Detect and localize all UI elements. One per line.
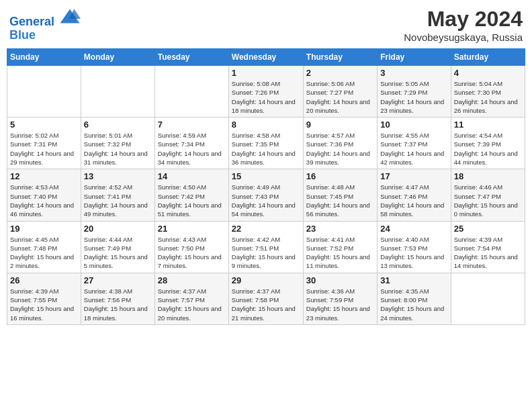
day-info: Sunrise: 4:38 AM Sunset: 7:56 PM Dayligh… xyxy=(84,287,152,322)
day-number: 28 xyxy=(158,275,226,285)
calendar-body: 1Sunrise: 5:08 AM Sunset: 7:26 PM Daylig… xyxy=(7,66,525,325)
weekday-header-thursday: Thursday xyxy=(303,49,377,66)
calendar-cell xyxy=(7,66,81,118)
day-number: 22 xyxy=(232,224,300,234)
day-number: 4 xyxy=(454,68,522,78)
day-info: Sunrise: 4:43 AM Sunset: 7:50 PM Dayligh… xyxy=(158,235,226,271)
calendar-cell: 16Sunrise: 4:48 AM Sunset: 7:45 PM Dayli… xyxy=(303,169,377,221)
day-info: Sunrise: 4:47 AM Sunset: 7:46 PM Dayligh… xyxy=(380,183,447,218)
day-number: 27 xyxy=(84,275,152,285)
calendar-cell: 2Sunrise: 5:06 AM Sunset: 7:27 PM Daylig… xyxy=(303,66,377,118)
day-info: Sunrise: 4:58 AM Sunset: 7:35 PM Dayligh… xyxy=(232,131,300,167)
calendar-cell: 6Sunrise: 5:01 AM Sunset: 7:32 PM Daylig… xyxy=(81,118,154,169)
day-number: 31 xyxy=(380,275,447,285)
day-info: Sunrise: 4:40 AM Sunset: 7:53 PM Dayligh… xyxy=(380,235,447,271)
calendar-cell: 26Sunrise: 4:39 AM Sunset: 7:55 PM Dayli… xyxy=(7,273,81,324)
day-number: 11 xyxy=(454,120,522,130)
day-number: 23 xyxy=(306,224,374,234)
day-info: Sunrise: 4:48 AM Sunset: 7:45 PM Dayligh… xyxy=(306,183,374,218)
calendar-cell xyxy=(81,66,154,118)
day-number: 18 xyxy=(454,171,522,181)
day-info: Sunrise: 4:45 AM Sunset: 7:48 PM Dayligh… xyxy=(10,235,78,271)
day-info: Sunrise: 4:37 AM Sunset: 7:57 PM Dayligh… xyxy=(158,287,226,322)
weekday-header-monday: Monday xyxy=(81,49,154,66)
calendar-cell: 20Sunrise: 4:44 AM Sunset: 7:49 PM Dayli… xyxy=(81,221,154,273)
day-info: Sunrise: 5:01 AM Sunset: 7:32 PM Dayligh… xyxy=(84,131,152,167)
calendar-cell: 3Sunrise: 5:05 AM Sunset: 7:29 PM Daylig… xyxy=(378,66,451,118)
day-info: Sunrise: 5:05 AM Sunset: 7:29 PM Dayligh… xyxy=(380,79,447,115)
day-info: Sunrise: 5:04 AM Sunset: 7:30 PM Dayligh… xyxy=(454,79,522,115)
calendar-cell: 18Sunrise: 4:46 AM Sunset: 7:47 PM Dayli… xyxy=(451,169,525,221)
day-info: Sunrise: 4:41 AM Sunset: 7:52 PM Dayligh… xyxy=(306,235,374,271)
day-number: 8 xyxy=(232,120,300,130)
day-info: Sunrise: 4:57 AM Sunset: 7:36 PM Dayligh… xyxy=(306,131,374,167)
calendar-cell: 25Sunrise: 4:39 AM Sunset: 7:54 PM Dayli… xyxy=(451,221,525,273)
weekday-header-wednesday: Wednesday xyxy=(228,49,303,66)
day-info: Sunrise: 4:54 AM Sunset: 7:39 PM Dayligh… xyxy=(454,131,522,167)
day-number: 10 xyxy=(380,120,447,130)
calendar-cell: 10Sunrise: 4:55 AM Sunset: 7:37 PM Dayli… xyxy=(378,118,451,169)
day-info: Sunrise: 4:59 AM Sunset: 7:34 PM Dayligh… xyxy=(158,131,226,167)
day-number: 16 xyxy=(306,171,374,181)
month-title: May 2024 xyxy=(404,7,523,32)
location: Novobeysugskaya, Russia xyxy=(404,32,523,43)
calendar-cell: 19Sunrise: 4:45 AM Sunset: 7:48 PM Dayli… xyxy=(7,221,81,273)
day-number: 21 xyxy=(158,224,226,234)
day-number: 7 xyxy=(158,120,226,130)
day-info: Sunrise: 5:02 AM Sunset: 7:31 PM Dayligh… xyxy=(10,131,78,167)
day-info: Sunrise: 4:42 AM Sunset: 7:51 PM Dayligh… xyxy=(232,235,300,271)
weekday-header-tuesday: Tuesday xyxy=(154,49,228,66)
calendar-week-3: 12Sunrise: 4:53 AM Sunset: 7:40 PM Dayli… xyxy=(7,169,525,221)
day-info: Sunrise: 4:39 AM Sunset: 7:55 PM Dayligh… xyxy=(10,287,78,322)
weekday-row: SundayMondayTuesdayWednesdayThursdayFrid… xyxy=(7,49,525,66)
day-number: 14 xyxy=(158,171,226,181)
calendar-cell: 13Sunrise: 4:52 AM Sunset: 7:41 PM Dayli… xyxy=(81,169,154,221)
calendar-cell xyxy=(154,66,228,118)
calendar-cell: 14Sunrise: 4:50 AM Sunset: 7:42 PM Dayli… xyxy=(154,169,228,221)
weekday-header-sunday: Sunday xyxy=(7,49,81,66)
calendar-cell xyxy=(451,273,525,324)
calendar-cell: 9Sunrise: 4:57 AM Sunset: 7:36 PM Daylig… xyxy=(303,118,377,169)
calendar-header: SundayMondayTuesdayWednesdayThursdayFrid… xyxy=(7,49,525,66)
day-info: Sunrise: 4:35 AM Sunset: 8:00 PM Dayligh… xyxy=(380,287,447,322)
calendar-cell: 17Sunrise: 4:47 AM Sunset: 7:46 PM Dayli… xyxy=(378,169,451,221)
calendar-table: SundayMondayTuesdayWednesdayThursdayFrid… xyxy=(7,48,525,325)
day-info: Sunrise: 5:08 AM Sunset: 7:26 PM Dayligh… xyxy=(232,79,300,115)
day-number: 26 xyxy=(10,275,78,285)
calendar-cell: 4Sunrise: 5:04 AM Sunset: 7:30 PM Daylig… xyxy=(451,66,525,118)
calendar-cell: 7Sunrise: 4:59 AM Sunset: 7:34 PM Daylig… xyxy=(154,118,228,169)
day-info: Sunrise: 4:55 AM Sunset: 7:37 PM Dayligh… xyxy=(380,131,447,167)
calendar-cell: 24Sunrise: 4:40 AM Sunset: 7:53 PM Dayli… xyxy=(378,221,451,273)
day-info: Sunrise: 4:52 AM Sunset: 7:41 PM Dayligh… xyxy=(84,183,152,218)
day-number: 24 xyxy=(380,224,447,234)
day-info: Sunrise: 4:37 AM Sunset: 7:58 PM Dayligh… xyxy=(232,287,300,322)
day-number: 30 xyxy=(306,275,374,285)
logo: General Blue xyxy=(9,7,81,42)
calendar-cell: 15Sunrise: 4:49 AM Sunset: 7:43 PM Dayli… xyxy=(228,169,303,221)
day-number: 17 xyxy=(380,171,447,181)
day-number: 20 xyxy=(84,224,152,234)
calendar-cell: 1Sunrise: 5:08 AM Sunset: 7:26 PM Daylig… xyxy=(228,66,303,118)
day-info: Sunrise: 4:49 AM Sunset: 7:43 PM Dayligh… xyxy=(232,183,300,218)
calendar-cell: 12Sunrise: 4:53 AM Sunset: 7:40 PM Dayli… xyxy=(7,169,81,221)
weekday-header-friday: Friday xyxy=(378,49,451,66)
day-number: 1 xyxy=(232,68,300,78)
day-number: 12 xyxy=(10,171,78,181)
logo-line2: Blue xyxy=(9,29,81,42)
day-info: Sunrise: 4:46 AM Sunset: 7:47 PM Dayligh… xyxy=(454,183,522,218)
calendar-cell: 31Sunrise: 4:35 AM Sunset: 8:00 PM Dayli… xyxy=(378,273,451,324)
calendar-cell: 27Sunrise: 4:38 AM Sunset: 7:56 PM Dayli… xyxy=(81,273,154,324)
page-header: General Blue May 2024 Novobeysugskaya, R… xyxy=(7,7,525,43)
day-info: Sunrise: 4:50 AM Sunset: 7:42 PM Dayligh… xyxy=(158,183,226,218)
title-block: May 2024 Novobeysugskaya, Russia xyxy=(404,7,523,43)
calendar-cell: 29Sunrise: 4:37 AM Sunset: 7:58 PM Dayli… xyxy=(228,273,303,324)
day-number: 25 xyxy=(454,224,522,234)
calendar-cell: 11Sunrise: 4:54 AM Sunset: 7:39 PM Dayli… xyxy=(451,118,525,169)
logo-line1: General xyxy=(9,7,81,29)
calendar-cell: 30Sunrise: 4:36 AM Sunset: 7:59 PM Dayli… xyxy=(303,273,377,324)
day-number: 15 xyxy=(232,171,300,181)
day-info: Sunrise: 4:36 AM Sunset: 7:59 PM Dayligh… xyxy=(306,287,374,322)
day-info: Sunrise: 4:53 AM Sunset: 7:40 PM Dayligh… xyxy=(10,183,78,218)
calendar-week-4: 19Sunrise: 4:45 AM Sunset: 7:48 PM Dayli… xyxy=(7,221,525,273)
calendar-week-1: 1Sunrise: 5:08 AM Sunset: 7:26 PM Daylig… xyxy=(7,66,525,118)
